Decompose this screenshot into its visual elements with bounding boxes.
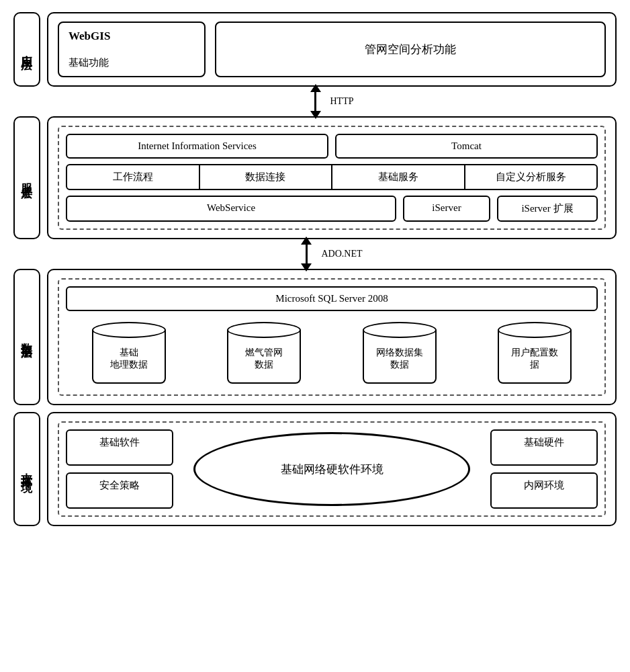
security-box: 安全策略: [66, 472, 173, 509]
service-cell-0: 工作流程: [67, 165, 200, 189]
support-grid: 基础软件 基础网络硬软件环境 基础硬件 安全策略 内网环境: [66, 429, 598, 509]
db-row: 基础地理数据 燃气管网数据 网络数据集数据 用户配置数据: [66, 318, 598, 388]
arrow-up-icon: [310, 84, 321, 92]
data-layer-row: 数据层 Microsoft SQL Server 2008 基础地理数据 燃气管…: [13, 269, 617, 405]
ado-arrow-connector: [301, 237, 312, 271]
intranet-box: 内网环境: [490, 472, 598, 509]
service-row3: WebService iServer iServer 扩展: [66, 196, 598, 222]
db-cylinder-0: 基础地理数据: [82, 322, 176, 384]
http-label: HTTP: [330, 96, 354, 107]
service-cell-1: 数据连接: [200, 165, 333, 189]
db-cylinder-3: 用户配置数据: [488, 322, 582, 384]
arrow-body-top: [314, 92, 316, 101]
sql-box: Microsoft SQL Server 2008: [66, 286, 598, 311]
ado-arrow-down-icon: [301, 263, 312, 271]
iis-box: Internet Information Services: [66, 134, 328, 159]
webgis-subtitle: 基础功能: [69, 56, 195, 69]
hardware-box: 基础硬件: [490, 429, 598, 466]
support-layer-row: 支撑环境 基础软件 基础网络硬软件环境 基础硬件 安全策略 内网环境: [13, 412, 617, 526]
analysis-box: 管网空间分析功能: [215, 22, 606, 77]
arrow-down-icon: [310, 111, 321, 119]
http-arrow-row: HTTP: [47, 87, 617, 116]
http-arrow-connector: [310, 84, 321, 119]
webservice-box: WebService: [66, 196, 396, 222]
service-layer-row: 服务层 Internet Information Services Tomcat…: [13, 116, 617, 239]
app-layer-content: WebGIS 基础功能 管网空间分析功能: [47, 12, 617, 87]
support-layer-content: 基础软件 基础网络硬软件环境 基础硬件 安全策略 内网环境: [47, 412, 617, 526]
service-row1: Internet Information Services Tomcat: [66, 134, 598, 159]
ado-arrow-body-bottom: [306, 254, 308, 263]
app-layer-row: 应用层 WebGIS 基础功能 管网空间分析功能: [13, 12, 617, 87]
support-layer-label: 支撑环境: [13, 412, 40, 526]
analysis-text: 管网空间分析功能: [365, 42, 456, 57]
service-cell-2: 基础服务: [332, 165, 465, 189]
app-layer-label: 应用层: [13, 12, 40, 87]
db-cylinder-2: 网络数据集数据: [353, 322, 447, 384]
ado-arrow-up-icon: [301, 237, 312, 245]
cyl-body-2: 网络数据集数据: [363, 330, 437, 384]
webgis-box: WebGIS 基础功能: [58, 22, 206, 77]
iserver-box: iServer: [403, 196, 490, 222]
service-layer-label: 服务层: [13, 116, 40, 239]
service-layer-content: Internet Information Services Tomcat 工作流…: [47, 116, 617, 239]
cyl-top-3: [498, 322, 572, 338]
data-inner: Microsoft SQL Server 2008 基础地理数据 燃气管网数据 …: [58, 278, 606, 396]
cyl-top-1: [227, 322, 301, 338]
cyl-body-3: 用户配置数据: [498, 330, 572, 384]
cyl-top-2: [363, 322, 437, 338]
service-cell-3: 自定义分析服务: [465, 165, 597, 189]
iserver-ext-box: iServer 扩展: [497, 196, 598, 222]
service-row2: 工作流程 数据连接 基础服务 自定义分析服务: [66, 164, 598, 190]
network-ellipse: 基础网络硬软件环境: [193, 432, 470, 506]
webgis-title: WebGIS: [69, 30, 195, 43]
cyl-top-0: [92, 322, 166, 338]
cyl-body-1: 燃气管网数据: [227, 330, 301, 384]
data-layer-content: Microsoft SQL Server 2008 基础地理数据 燃气管网数据 …: [47, 269, 617, 405]
arrow-body-bottom: [314, 101, 316, 111]
tomcat-box: Tomcat: [335, 134, 598, 159]
data-layer-label: 数据层: [13, 269, 40, 405]
support-inner: 基础软件 基础网络硬软件环境 基础硬件 安全策略 内网环境: [58, 421, 606, 517]
service-inner: Internet Information Services Tomcat 工作流…: [58, 126, 606, 230]
ado-arrow-body-top: [306, 245, 308, 254]
software-box: 基础软件: [66, 429, 173, 466]
db-cylinder-1: 燃气管网数据: [217, 322, 311, 384]
cyl-body-0: 基础地理数据: [92, 330, 166, 384]
ado-arrow-row: ADO.NET: [47, 239, 617, 269]
architecture-diagram: 应用层 WebGIS 基础功能 管网空间分析功能 HTTP: [13, 12, 617, 526]
ado-label: ADO.NET: [321, 249, 362, 259]
